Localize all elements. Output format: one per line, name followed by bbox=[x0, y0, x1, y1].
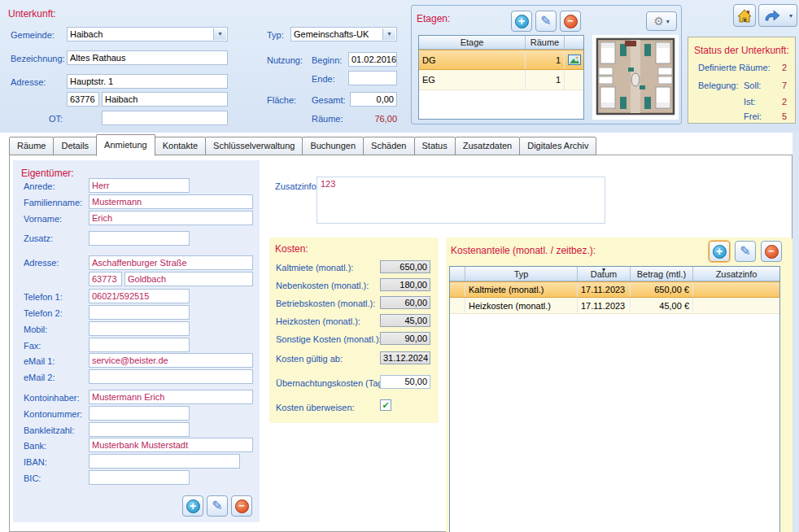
kosten-title: Kosten: bbox=[275, 243, 308, 255]
bezeichnung-input[interactable]: Altes Rathaus bbox=[67, 50, 228, 65]
tab-buchungen[interactable]: Buchungen bbox=[302, 137, 364, 155]
tab-status[interactable]: Status bbox=[414, 137, 456, 155]
etagen-col-image[interactable] bbox=[565, 36, 583, 49]
strasse-input[interactable]: Hauptstr. 1 bbox=[67, 74, 228, 89]
fax-label: Fax: bbox=[24, 341, 41, 351]
zusatz-label: Zusatz: bbox=[24, 233, 53, 243]
tab-kontakte[interactable]: Kontakte bbox=[155, 137, 206, 155]
datum-cell: 17.11.2023 bbox=[578, 282, 631, 297]
mobil-input[interactable] bbox=[89, 321, 190, 336]
belegung-label: Belegung: bbox=[698, 81, 739, 90]
status-title: Status der Unterkunft: bbox=[694, 45, 789, 56]
col-datum[interactable]: ▼ Datum bbox=[578, 267, 631, 281]
etagen-section: Etagen: + ✎ − ⚙ ▾ Etage Räume DG 1 bbox=[411, 5, 682, 124]
bank-input[interactable]: Musterbank Musterstadt bbox=[89, 438, 253, 452]
anmietung-tab-panel: Eigentümer: Anrede: Herr Familienname: M… bbox=[9, 155, 792, 532]
beginn-input[interactable]: 01.02.2016 bbox=[348, 52, 397, 67]
gesamt-input[interactable]: 0,00 bbox=[350, 92, 397, 107]
typ-dropdown[interactable]: Gemeinschafts-UK ▾ bbox=[290, 27, 397, 41]
kostenanteile-add-button[interactable]: + bbox=[709, 241, 730, 262]
col-typ[interactable]: Typ bbox=[465, 267, 578, 281]
col-zusatzinfo[interactable]: Zusatzinfo bbox=[693, 267, 779, 281]
kostenanteile-edit-button[interactable]: ✎ bbox=[735, 241, 756, 262]
table-row[interactable]: Kaltmiete (monatl.) 17.11.2023 650,00 € bbox=[450, 281, 779, 298]
kosten-gueltig-label: Kosten gültig ab: bbox=[276, 354, 343, 364]
nebenkosten-field: 180,00 bbox=[380, 278, 430, 291]
familienname-input[interactable]: Mustermann bbox=[89, 194, 253, 209]
kontonummer-input[interactable] bbox=[89, 406, 190, 421]
kontoinhaber-input[interactable]: Mustermann Erich bbox=[89, 390, 253, 404]
chevron-down-icon[interactable]: ▾ bbox=[382, 28, 395, 40]
tab-raeume[interactable]: Räume bbox=[9, 137, 54, 155]
fax-input[interactable] bbox=[89, 338, 190, 352]
bank-label: Bank: bbox=[24, 441, 46, 451]
zusatzinfo-cell bbox=[693, 298, 779, 313]
kostenanteile-delete-button[interactable]: − bbox=[761, 241, 782, 262]
ort-input[interactable]: Haibach bbox=[102, 92, 228, 107]
home-button[interactable] bbox=[733, 4, 756, 27]
eigentuemer-plz-input[interactable]: 63773 bbox=[89, 272, 122, 286]
vorname-input[interactable]: Erich bbox=[89, 211, 253, 225]
email1-input[interactable]: service@beister.de bbox=[89, 353, 253, 368]
zusatz-input[interactable] bbox=[89, 231, 190, 246]
tab-details[interactable]: Details bbox=[53, 137, 97, 155]
eigentuemer-edit-button[interactable]: ✎ bbox=[207, 495, 228, 517]
email2-input[interactable] bbox=[89, 369, 253, 384]
anrede-label: Anrede: bbox=[24, 181, 55, 191]
etagen-table: Etage Räume DG 1 EG 1 bbox=[418, 35, 584, 120]
eigentuemer-title: Eigentümer: bbox=[21, 168, 74, 179]
etagen-col-raeume[interactable]: Räume bbox=[526, 36, 565, 49]
kosten-ueberweisen-checkbox[interactable]: ✔ bbox=[380, 399, 391, 411]
gemeinde-dropdown[interactable]: Haibach ▾ bbox=[67, 27, 228, 41]
eigentuemer-section: Eigentümer: Anrede: Herr Familienname: M… bbox=[13, 160, 260, 522]
telefon1-input[interactable]: 06021/592515 bbox=[89, 289, 190, 303]
bic-input[interactable] bbox=[89, 470, 190, 485]
redo-dropdown-button[interactable]: ▾ bbox=[785, 4, 797, 27]
zusatzinfo-textarea[interactable]: 123 bbox=[317, 177, 605, 224]
eigentuemer-strasse-input[interactable]: Aschaffenburger Straße bbox=[89, 255, 253, 270]
etagen-edit-button[interactable]: ✎ bbox=[535, 11, 557, 32]
table-row[interactable]: DG 1 bbox=[419, 50, 583, 70]
anrede-input[interactable]: Herr bbox=[89, 178, 190, 193]
plz-input[interactable]: 63776 bbox=[67, 92, 99, 107]
gear-icon: ⚙ bbox=[653, 15, 664, 27]
frei-label: Frei: bbox=[744, 111, 762, 121]
tab-zusatzdaten[interactable]: Zusatzdaten bbox=[455, 137, 521, 155]
tab-anmietung[interactable]: Anmietung bbox=[96, 134, 155, 156]
tab-schaeden[interactable]: Schäden bbox=[363, 137, 414, 155]
ot-input[interactable] bbox=[102, 111, 228, 125]
plus-icon: + bbox=[713, 245, 727, 259]
heizkosten-label: Heizkosten (monatl.): bbox=[276, 316, 360, 326]
tab-strip: Räume Details Anmietung Kontakte Schlüss… bbox=[9, 133, 596, 155]
tab-digitales-archiv[interactable]: Digitales Archiv bbox=[519, 137, 596, 155]
pencil-icon: ✎ bbox=[740, 245, 750, 258]
etage-cell: DG bbox=[419, 50, 526, 69]
definierte-raeume-value: 2 bbox=[782, 63, 787, 72]
tab-schluesselverwaltung[interactable]: Schlüsselverwaltung bbox=[205, 137, 303, 155]
adresse-label: Adresse: bbox=[11, 77, 46, 87]
ist-value: 2 bbox=[782, 97, 787, 107]
chevron-down-icon[interactable]: ▾ bbox=[213, 28, 226, 40]
gemeinde-label: Gemeinde: bbox=[11, 30, 55, 40]
kaltmiete-label: Kaltmiete (monatl.): bbox=[276, 263, 353, 273]
iban-input[interactable] bbox=[89, 454, 240, 469]
table-row[interactable]: EG 1 bbox=[419, 70, 583, 90]
redo-button[interactable] bbox=[758, 4, 786, 27]
col-betrag[interactable]: Betrag (mtl.) bbox=[631, 267, 693, 281]
uebernachtungskosten-input[interactable]: 50,00 bbox=[380, 375, 430, 389]
etagen-settings-button[interactable]: ⚙ ▾ bbox=[646, 11, 677, 31]
telefon2-input[interactable] bbox=[89, 305, 190, 320]
bankleitzahl-input[interactable] bbox=[89, 422, 190, 437]
etagen-add-button[interactable]: + bbox=[511, 11, 532, 32]
row-indicator-column bbox=[450, 267, 465, 281]
raeume-value: 76,00 bbox=[366, 114, 397, 124]
table-row[interactable]: Heizkosten (monatl.) 17.11.2023 45,00 € bbox=[450, 298, 779, 314]
eigentuemer-add-button[interactable]: + bbox=[182, 495, 203, 517]
etagen-delete-button[interactable]: − bbox=[560, 11, 581, 32]
eigentuemer-ort-input[interactable]: Goldbach bbox=[124, 272, 253, 286]
eigentuemer-delete-button[interactable]: − bbox=[231, 495, 252, 517]
etagen-col-etage[interactable]: Etage bbox=[419, 36, 526, 49]
raeume-label: Räume: bbox=[312, 114, 343, 124]
typ-label: Typ: bbox=[267, 30, 284, 40]
ende-input[interactable] bbox=[348, 71, 397, 85]
